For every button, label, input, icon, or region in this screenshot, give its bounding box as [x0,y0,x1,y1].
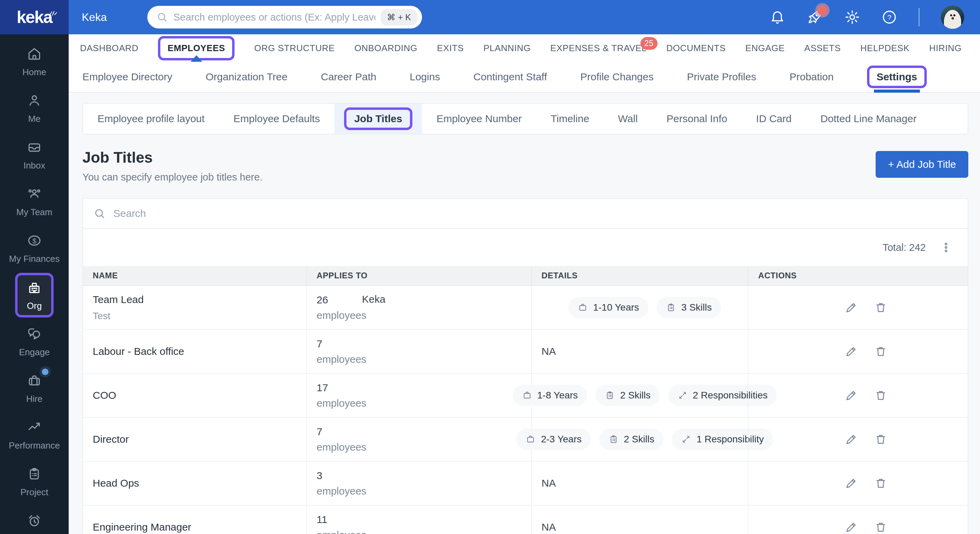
main-nav-onboarding[interactable]: ONBOARDING [354,34,418,62]
pencil-icon [845,521,858,534]
tab-label: Dotted Line Manager [820,113,916,125]
pill-label: 3 Skills [681,302,712,313]
main-nav-planning[interactable]: PLANNING [484,34,531,62]
experience-pill: 1-10 Years [568,297,648,318]
table-row: COO 17 employees 1-8 Years 2 Skills [83,374,968,418]
job-titles-search-input[interactable] [113,208,957,219]
tab-job-titles[interactable]: Job Titles [334,103,422,134]
whats-new-button[interactable] [807,9,823,25]
help-button[interactable]: ? [881,9,897,25]
table-row: Engineering Manager 11 employees NA [83,505,968,534]
pencil-icon [845,433,858,446]
sub-nav-private-profiles[interactable]: Private Profiles [687,62,756,92]
sidebar-item-time-attend[interactable]: Time Attend [0,505,69,534]
skills-pill: 3 Skills [657,297,721,318]
topbar-actions: ? [770,5,980,29]
sidebar-item-label: Engage [19,347,50,358]
tab-employee-profile-layout[interactable]: Employee profile layout [83,103,219,134]
sidebar-item-inbox[interactable]: Inbox [0,132,69,178]
tab-timeline[interactable]: Timeline [536,103,604,134]
main-nav-label: ORG STRUCTURE [254,43,335,54]
global-search[interactable]: ⌘ + K [147,6,422,29]
job-title-name: Director [93,434,306,445]
main-nav-hiring[interactable]: HIRING [929,34,962,62]
main-nav-label: ENGAGE [745,43,784,54]
tab-dotted-line-manager[interactable]: Dotted Line Manager [806,103,931,134]
edit-button[interactable] [845,301,858,314]
edit-button[interactable] [845,345,858,358]
table-options-button[interactable] [940,242,952,253]
main-nav-engage[interactable]: ENGAGE [745,34,784,62]
main-nav-exits[interactable]: EXITS [437,34,464,62]
annotation-box-job-titles: Job Titles [344,107,412,130]
tab-label: Timeline [551,113,589,125]
main-nav-expenses-travel[interactable]: EXPENSES & TRAVEL 25 [550,34,647,62]
job-titles-search[interactable] [83,199,968,229]
pill-label: 1-8 Years [538,390,578,401]
delete-button[interactable] [874,477,887,490]
sub-nav-employee-directory[interactable]: Employee Directory [83,62,172,92]
notifications-button[interactable] [770,9,785,25]
column-header-actions: ACTIONS [748,266,968,285]
clipboard-icon [605,390,615,400]
tab-id-card[interactable]: ID Card [742,103,806,134]
sidebar-item-hire[interactable]: Hire [0,365,69,412]
search-shortcut-badge: ⌘ + K [381,9,417,25]
edit-button[interactable] [845,389,858,402]
delete-button[interactable] [874,301,887,314]
main-nav-dashboard[interactable]: DASHBOARD [80,34,138,62]
tab-personal-info[interactable]: Personal Info [652,103,742,134]
team-icon [26,186,42,202]
sidebar-item-org[interactable]: Org [0,272,69,318]
tab-employee-number[interactable]: Employee Number [422,103,536,134]
sub-nav-profile-changes[interactable]: Profile Changes [580,62,654,92]
main-nav-assets[interactable]: ASSETS [804,34,841,62]
main-nav-documents[interactable]: DOCUMENTS [666,34,725,62]
main-nav-helpdesk[interactable]: HELPDESK [860,34,910,62]
tab-wall[interactable]: Wall [604,103,652,134]
sidebar-item-my-team[interactable]: My Team [0,178,69,225]
page-subtitle: You can specify employee job titles here… [83,172,968,183]
sub-nav-settings[interactable]: Settings [867,62,927,92]
user-avatar[interactable] [941,5,964,29]
sub-nav-logins[interactable]: Logins [410,62,440,92]
pencil-icon [845,477,858,490]
column-header-applies-to: APPLIES TO [306,266,531,285]
keka-logo[interactable]: keka [0,0,69,34]
tab-label: Wall [618,113,638,125]
sub-nav-organization-tree[interactable]: Organization Tree [206,62,287,92]
details-na: NA [541,346,748,357]
edit-button[interactable] [845,433,858,446]
pill-label: 1-10 Years [593,302,639,313]
sub-nav-contingent-staff[interactable]: Contingent Staff [473,62,547,92]
main-nav-label: DOCUMENTS [666,43,725,54]
edit-button[interactable] [845,477,858,490]
active-tab-caret [191,55,202,62]
delete-button[interactable] [874,345,887,358]
delete-button[interactable] [874,389,887,402]
edit-button[interactable] [845,521,858,534]
table-row: Head Ops 3 employees NA [83,462,968,505]
sidebar-item-me[interactable]: Me [0,85,69,132]
pill-label: 2 Skills [624,434,654,445]
employee-count: 3 [317,470,531,482]
sidebar-item-performance[interactable]: Performance [0,412,69,458]
sub-nav-career-path[interactable]: Career Path [321,62,376,92]
tab-employee-defaults[interactable]: Employee Defaults [219,103,334,134]
sidebar-item-project[interactable]: Project [0,458,69,505]
sub-nav-probation[interactable]: Probation [789,62,834,92]
sidebar-item-my-finances[interactable]: $ My Finances [0,225,69,272]
pill-label: 2-3 Years [541,434,581,445]
settings-button[interactable] [844,9,860,25]
job-title-subtitle: Test [93,311,306,321]
app-name: Keka [82,11,107,24]
sidebar-item-engage[interactable]: Engage [0,318,69,365]
employee-count: 11 [317,514,531,525]
sidebar-item-home[interactable]: Home [0,38,69,85]
add-job-title-button[interactable]: + Add Job Title [876,151,968,178]
delete-button[interactable] [874,433,887,446]
main-nav-org-structure[interactable]: ORG STRUCTURE [254,34,335,62]
main-nav-employees[interactable]: EMPLOYEES [158,34,234,62]
global-search-input[interactable] [173,12,375,23]
delete-button[interactable] [874,521,887,534]
